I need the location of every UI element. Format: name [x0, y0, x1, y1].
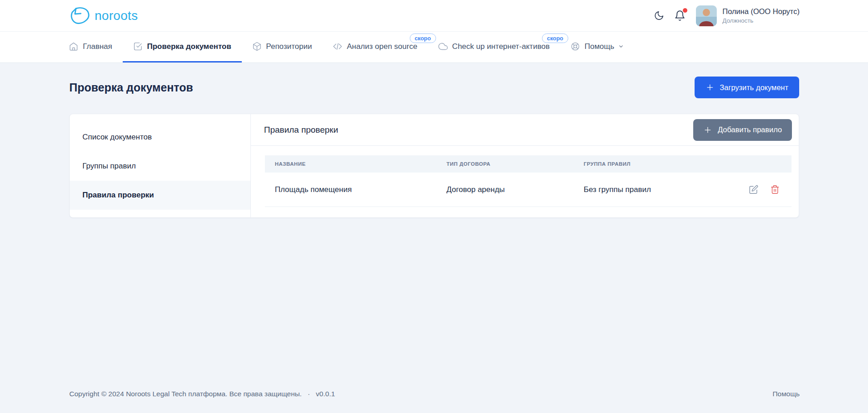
user-menu[interactable]: Полина (ООО Норутс) Должность: [723, 7, 800, 24]
tab-label: Check up интернет-активов: [452, 42, 550, 51]
sidebar-item-rule-groups[interactable]: Группы правил: [70, 152, 250, 181]
rules-table: НАЗВАНИЕ ТИП ДОГОВОРА ГРУППА ПРАВИЛ Площ…: [265, 155, 791, 207]
life-buoy-icon: [571, 42, 580, 51]
table-header-row: НАЗВАНИЕ ТИП ДОГОВОРА ГРУППА ПРАВИЛ: [265, 155, 791, 173]
check-square-icon: [133, 42, 143, 51]
theme-toggle-button[interactable]: [654, 10, 664, 21]
avatar-photo: [696, 5, 717, 26]
top-header: noroots Полина (ООО Норутс) Должно: [0, 0, 868, 32]
tab-home[interactable]: Главная: [69, 32, 123, 62]
page-footer: Copyright © 2024 Noroots Legal Tech плат…: [69, 390, 800, 398]
tab-label: Главная: [83, 42, 112, 51]
upload-document-label: Загрузить документ: [720, 83, 788, 92]
footer-help-link[interactable]: Помощь: [772, 390, 800, 398]
trash-icon: [770, 185, 780, 194]
cell-rule-group: Без группы правил: [584, 185, 728, 194]
moon-icon: [654, 10, 664, 21]
header-actions: Полина (ООО Норутс) Должность: [654, 5, 800, 26]
user-avatar[interactable]: [696, 5, 717, 26]
notification-badge: [683, 8, 687, 13]
cloud-icon: [438, 42, 448, 51]
tab-label: Помощь: [585, 42, 614, 51]
edit-rule-button[interactable]: [749, 185, 758, 194]
tab-label: Репозитории: [266, 42, 312, 51]
rules-card: Список документов Группы правил Правила …: [69, 114, 799, 218]
plus-icon: [703, 125, 712, 134]
panel-title: Правила проверки: [264, 125, 338, 135]
plus-icon: [705, 83, 715, 92]
cell-rule-name: Площадь помещения: [265, 185, 446, 194]
notifications-button[interactable]: [674, 10, 686, 21]
upload-document-button[interactable]: Загрузить документ: [695, 77, 799, 98]
package-icon: [252, 42, 262, 51]
main-nav: Главная Проверка документов Репозитории: [0, 32, 868, 63]
code-icon: [333, 42, 342, 51]
sidebar-item-check-rules[interactable]: Правила проверки: [70, 181, 250, 210]
sidebar-item-label: Группы правил: [82, 162, 136, 171]
add-rule-button[interactable]: Добавить правило: [693, 119, 792, 141]
tab-open-source-analysis[interactable]: Анализ open source скоро: [322, 32, 428, 62]
user-role: Должность: [723, 17, 800, 24]
home-icon: [69, 42, 78, 51]
sidebar-item-document-list[interactable]: Список документов: [70, 123, 250, 152]
tab-document-check[interactable]: Проверка документов: [123, 32, 242, 62]
sidebar-item-label: Правила проверки: [82, 191, 154, 200]
tab-label: Анализ open source: [347, 42, 417, 51]
tab-label: Проверка документов: [147, 42, 231, 51]
panel-header: Правила проверки Добавить правило: [251, 114, 799, 146]
main-content: Проверка документов Загрузить документ С…: [0, 63, 868, 390]
page-title: Проверка документов: [69, 81, 193, 94]
tab-help[interactable]: Помощь: [560, 32, 634, 62]
column-header-name: НАЗВАНИЕ: [265, 161, 446, 167]
user-name: Полина (ООО Норутс): [723, 7, 800, 16]
footer-separator: ·: [307, 390, 310, 398]
sidebar-item-label: Список документов: [82, 133, 152, 142]
pencil-edit-icon: [749, 185, 758, 194]
copyright-text: Copyright © 2024 Noroots Legal Tech плат…: [69, 390, 302, 398]
rules-panel: Правила проверки Добавить правило НАЗВАН…: [251, 114, 799, 217]
card-sidebar: Список документов Группы правил Правила …: [70, 114, 251, 217]
noroots-logo-icon: [69, 6, 90, 25]
tab-checkup-internet-assets[interactable]: Check up интернет-активов скоро: [428, 32, 560, 62]
column-header-contract-type: ТИП ДОГОВОРА: [446, 161, 584, 167]
app-version: v0.0.1: [316, 390, 335, 398]
page-header: Проверка документов Загрузить документ: [69, 77, 799, 98]
row-actions: [728, 185, 791, 194]
column-header-rule-group: ГРУППА ПРАВИЛ: [584, 161, 728, 167]
cell-contract-type: Договор аренды: [446, 185, 584, 194]
chevron-down-icon: [618, 43, 624, 49]
tab-repositories[interactable]: Репозитории: [242, 32, 322, 62]
table-row: Площадь помещения Договор аренды Без гру…: [265, 173, 791, 207]
copyright-block: Copyright © 2024 Noroots Legal Tech плат…: [69, 390, 335, 398]
logo[interactable]: noroots: [69, 6, 138, 25]
brand-name: noroots: [95, 9, 138, 23]
delete-rule-button[interactable]: [770, 185, 780, 194]
add-rule-label: Добавить правило: [718, 125, 782, 134]
